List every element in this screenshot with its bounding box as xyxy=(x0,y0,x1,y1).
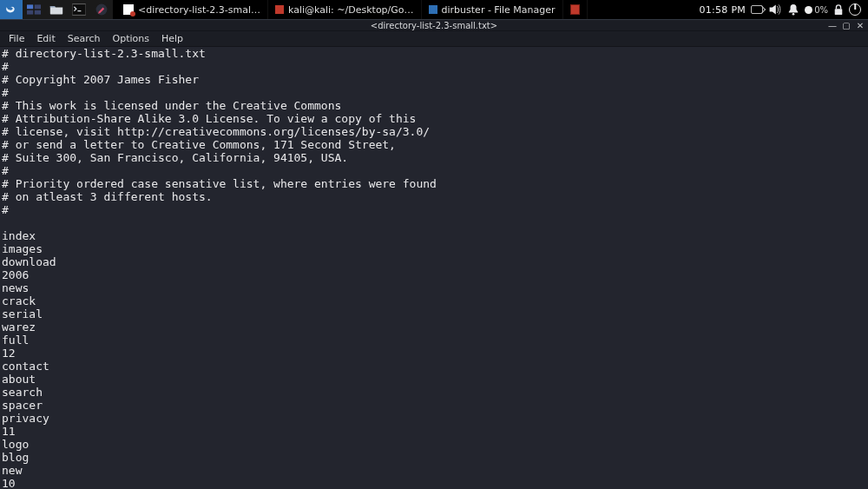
workspace-switcher[interactable] xyxy=(23,0,45,19)
menu-options[interactable]: Options xyxy=(108,32,155,45)
task-item-terminal[interactable]: kali@kali: ~/Desktop/Go… xyxy=(268,0,422,19)
taskbar-launchers xyxy=(0,0,113,19)
menu-edit[interactable]: Edit xyxy=(31,32,60,45)
system-tray: 01:58 PM 0% xyxy=(692,0,868,19)
window-controls: — ▢ ✕ xyxy=(828,20,865,30)
volume-icon[interactable] xyxy=(768,3,782,16)
task-item-recorder[interactable] xyxy=(563,0,588,19)
clock[interactable]: 01:58 PM xyxy=(699,4,746,16)
menu-help[interactable]: Help xyxy=(156,32,188,45)
record-icon xyxy=(570,4,580,15)
system-taskbar: <directory-list-2.3-smal… kali@kali: ~/D… xyxy=(0,0,868,19)
battery-icon xyxy=(805,6,812,14)
task-item-label: <directory-list-2.3-smal… xyxy=(138,4,260,16)
task-item-editor[interactable]: <directory-list-2.3-smal… xyxy=(116,0,268,19)
lock-icon[interactable] xyxy=(833,3,844,16)
close-button[interactable]: ✕ xyxy=(856,21,865,30)
svg-rect-2 xyxy=(27,10,33,15)
task-item-label: dirbuster - File Manager xyxy=(442,4,556,16)
svg-rect-7 xyxy=(835,9,843,15)
terminal-launcher[interactable] xyxy=(68,0,90,19)
editor-menubar: File Edit Search Options Help xyxy=(0,31,868,47)
minimize-button[interactable]: — xyxy=(828,21,837,30)
power-icon[interactable] xyxy=(849,3,861,16)
editor-titlebar[interactable]: <directory-list-2.3-small.txt> — ▢ ✕ xyxy=(0,19,868,31)
app-menu-button[interactable] xyxy=(0,0,23,19)
taskbar-task-list: <directory-list-2.3-smal… kali@kali: ~/D… xyxy=(116,0,588,19)
svg-rect-4 xyxy=(72,4,86,16)
folder-icon xyxy=(429,5,437,14)
text-editor-launcher[interactable] xyxy=(90,0,113,19)
task-item-label: kali@kali: ~/Desktop/Go… xyxy=(288,4,414,16)
task-item-filemanager[interactable]: dirbuster - File Manager xyxy=(422,0,563,19)
taskbar-spacer xyxy=(588,0,693,19)
menu-file[interactable]: File xyxy=(3,32,30,45)
mousepad-icon xyxy=(123,4,134,15)
svg-rect-0 xyxy=(27,4,33,9)
maximize-button[interactable]: ▢ xyxy=(842,21,851,30)
svg-rect-3 xyxy=(35,10,41,15)
editor-text-area[interactable]: # directory-list-2.3-small.txt # # Copyr… xyxy=(0,47,868,489)
notifications-icon[interactable] xyxy=(787,3,799,16)
window-title: <directory-list-2.3-small.txt> xyxy=(371,21,497,30)
terminal-icon xyxy=(275,5,284,14)
svg-rect-1 xyxy=(35,4,41,9)
battery-percent: 0% xyxy=(814,5,828,15)
battery-indicator[interactable]: 0% xyxy=(805,5,828,15)
file-manager-launcher[interactable] xyxy=(45,0,68,19)
menu-search[interactable]: Search xyxy=(62,32,106,45)
svg-point-6 xyxy=(792,13,795,16)
display-toggle-icon[interactable] xyxy=(751,5,763,14)
